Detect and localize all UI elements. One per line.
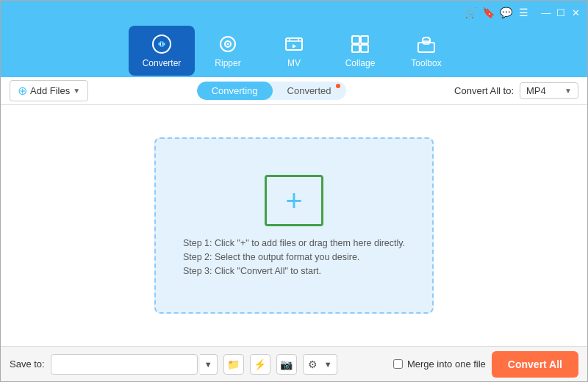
ripper-icon (217, 33, 239, 55)
converter-label: Converter (143, 58, 182, 68)
tab-converting[interactable]: Converting (197, 82, 273, 100)
drop-zone[interactable]: + Step 1: Click "+" to add files or drag… (154, 137, 434, 314)
settings-icon-button[interactable]: 📷 (276, 354, 297, 375)
instructions: Step 1: Click "+" to add files or drag t… (183, 238, 405, 276)
window-controls: — ☐ ✕ (540, 7, 581, 18)
tab-converted[interactable]: Converted (273, 82, 346, 100)
add-files-button[interactable]: ⊕ Add Files ▼ (10, 80, 88, 101)
convert-all-to: Convert All to: MP4 ▼ (454, 82, 578, 99)
minimize-button[interactable]: — (540, 7, 552, 18)
format-value: MP4 (526, 85, 546, 96)
svg-rect-6 (352, 36, 359, 43)
svg-rect-5 (286, 38, 302, 50)
mv-label: MV (287, 58, 301, 68)
svg-point-4 (227, 43, 229, 46)
instruction-step2: Step 2: Select the output format you des… (183, 252, 405, 262)
plus-circle-icon: ⊕ (18, 84, 27, 98)
save-path-input[interactable] (51, 354, 198, 375)
instruction-step1: Step 1: Click "+" to add files or drag t… (183, 238, 405, 248)
gear-dropdown[interactable]: ▼ (320, 354, 337, 375)
folder-icon-button[interactable]: 📁 (223, 354, 244, 375)
add-files-label: Add Files (30, 85, 70, 96)
cart-icon[interactable]: 🛒 (464, 6, 477, 19)
merge-label: Merge into one file (407, 358, 486, 370)
collage-label: Collage (345, 58, 376, 68)
merge-checkbox-label: Merge into one file (393, 358, 486, 370)
gear-icon: ⚙ (308, 358, 318, 370)
nav-item-converter[interactable]: Converter (129, 26, 195, 76)
folder-icon: 📁 (227, 358, 240, 370)
collage-icon (349, 33, 371, 55)
toolbox-icon (415, 33, 437, 55)
convert-all-to-label: Convert All to: (454, 85, 514, 96)
toolbar: ⊕ Add Files ▼ Converting Converted Conve… (1, 77, 587, 105)
bookmark-icon[interactable]: 🔖 (481, 6, 495, 19)
nav-item-mv[interactable]: MV (261, 26, 327, 76)
save-to-label: Save to: (10, 358, 45, 370)
save-path-dropdown[interactable]: ▼ (200, 354, 218, 375)
nav-item-toolbox[interactable]: Toolbox (393, 26, 459, 76)
nav-item-collage[interactable]: Collage (327, 26, 393, 76)
add-files-plus-button[interactable]: + (265, 175, 323, 226)
settings-icon: 📷 (280, 358, 293, 370)
toolbox-label: Toolbox (411, 58, 441, 68)
svg-rect-7 (361, 36, 368, 43)
plus-icon: + (285, 186, 302, 215)
merge-checkbox[interactable] (393, 359, 403, 369)
close-button[interactable]: ✕ (570, 7, 581, 18)
ripper-label: Ripper (215, 58, 240, 68)
format-selector[interactable]: MP4 ▼ (520, 82, 578, 99)
instruction-step3: Step 3: Click "Convert All" to start. (183, 266, 405, 276)
maximize-button[interactable]: ☐ (555, 7, 567, 18)
svg-point-0 (153, 35, 171, 53)
tab-group: Converting Converted (197, 82, 346, 100)
main-content: + Step 1: Click "+" to add files or drag… (1, 105, 587, 346)
lightning-icon: ⚡ (254, 358, 266, 370)
bottom-bar: Save to: ▼ 📁 ⚡ 📷 ⚙ ▼ Merge into one file… (1, 346, 587, 381)
convert-all-button[interactable]: Convert All (492, 351, 578, 378)
mv-icon (283, 33, 305, 55)
svg-rect-8 (352, 45, 359, 52)
nav-bar: Converter Ripper MV (1, 24, 587, 77)
title-bar: 🛒 🔖 💬 ☰ — ☐ ✕ (1, 1, 587, 24)
converter-icon (151, 33, 173, 55)
add-files-dropdown-icon: ▼ (73, 87, 80, 95)
converted-dot (336, 84, 340, 88)
chat-icon[interactable]: 💬 (499, 6, 512, 19)
nav-item-ripper[interactable]: Ripper (195, 26, 261, 76)
menu-icon[interactable]: ☰ (517, 6, 530, 19)
lightning-icon-button[interactable]: ⚡ (250, 354, 270, 375)
svg-rect-9 (361, 45, 368, 52)
format-dropdown-icon: ▼ (564, 87, 572, 95)
